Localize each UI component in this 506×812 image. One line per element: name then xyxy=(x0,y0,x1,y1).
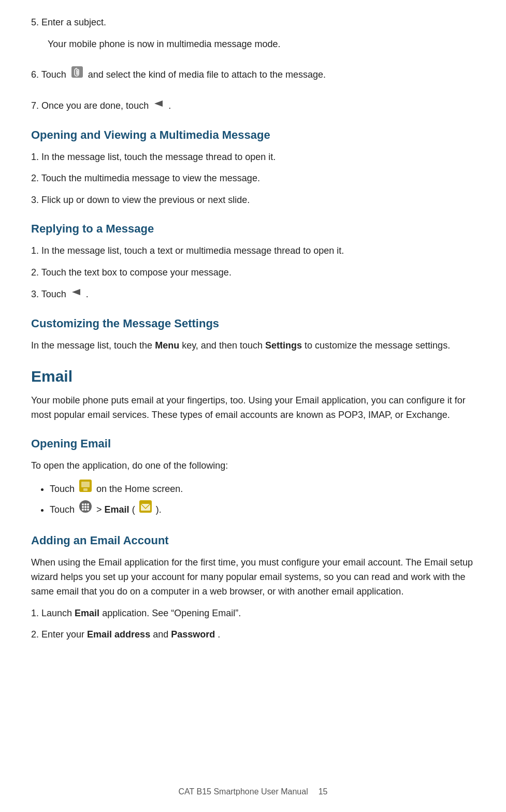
step-5-sub: Your mobile phone is now in multimedia m… xyxy=(31,37,475,52)
bullet2-email-bold: Email xyxy=(105,504,129,515)
step-6-before: 6. Touch xyxy=(31,69,66,80)
reply-send-icon xyxy=(71,287,81,302)
customizing-text-middle2: key, and then touch xyxy=(182,340,263,351)
opening-viewing-section: Opening and Viewing a Multimedia Message… xyxy=(31,128,475,208)
apps-icon xyxy=(79,500,92,518)
attach-icon xyxy=(70,65,84,83)
bullet2-space: ( xyxy=(132,504,135,515)
customizing-heading: Customizing the Message Settings xyxy=(31,317,475,330)
adding-step-1: 1. Launch Email application. See “Openin… xyxy=(31,606,475,621)
bullet2-after: ). xyxy=(156,504,162,515)
svg-point-11 xyxy=(84,506,86,508)
adding-step1-bold: Email xyxy=(75,608,99,618)
opening-email-heading: Opening Email xyxy=(31,437,475,451)
svg-point-10 xyxy=(82,506,84,508)
customizing-text-after2: to customize the message settings. xyxy=(305,340,450,351)
send-icon xyxy=(153,98,164,113)
svg-point-14 xyxy=(84,509,86,511)
svg-marker-1 xyxy=(154,100,163,107)
customizing-settings-bold: Settings xyxy=(265,340,302,351)
replying-heading: Replying to a Message xyxy=(31,222,475,236)
step-7-section: 7. Once you are done, touch . xyxy=(31,99,475,114)
step-5-label: 5. Enter a subject. xyxy=(31,16,475,30)
email-icon xyxy=(139,500,152,518)
reply-step-1: 1. In the message list, touch a text or … xyxy=(31,244,475,258)
ov-step-2: 2. Touch the multimedia message to view … xyxy=(31,171,475,186)
svg-point-7 xyxy=(82,503,84,505)
reply-step-3: 3. Touch . xyxy=(31,287,475,302)
bullet2-gt: > xyxy=(96,504,105,515)
replying-section: Replying to a Message 1. In the message … xyxy=(31,222,475,302)
reply-step-3-after: . xyxy=(86,289,89,299)
bullet1-after: on the Home screen. xyxy=(96,484,183,494)
adding-account-heading: Adding an Email Account xyxy=(31,534,475,547)
bullet-item-1: Touch on the Home screen. xyxy=(50,480,475,499)
home-screen-icon xyxy=(79,479,92,498)
email-section: Email Your mobile phone puts email at yo… xyxy=(31,368,475,423)
svg-rect-4 xyxy=(81,482,90,487)
customizing-menu-bold: Menu xyxy=(155,340,179,351)
step-6-after: and select the kind of media file to att… xyxy=(88,69,326,80)
step-5-section: 5. Enter a subject. Your mobile phone is… xyxy=(31,16,475,52)
step-7-after: . xyxy=(168,100,171,111)
customizing-text-before: In the message list, touch the xyxy=(31,340,152,351)
svg-point-12 xyxy=(87,506,89,508)
adding-step2-bold1: Email address xyxy=(87,629,150,640)
svg-marker-2 xyxy=(72,289,80,295)
adding-step1-after2: application. See “Opening Email”. xyxy=(102,608,241,618)
opening-email-section: Opening Email To open the application, d… xyxy=(31,437,475,519)
email-intro: Your mobile phone puts email at your fin… xyxy=(31,394,475,423)
svg-point-9 xyxy=(87,503,89,505)
step-7-before: 7. Once you are done, touch xyxy=(31,100,149,111)
bullet1-before: Touch xyxy=(50,484,75,494)
customizing-paragraph: In the message list, touch the Menu key,… xyxy=(31,339,475,353)
adding-step1-before: 1. Launch xyxy=(31,608,72,618)
reply-step-2: 2. Touch the text box to compose your me… xyxy=(31,266,475,280)
bullet-item-2: Touch > xyxy=(50,501,475,519)
reply-step-3-before: 3. Touch xyxy=(31,289,66,299)
opening-email-bullets: Touch on the Home screen. Touch xyxy=(50,480,475,519)
adding-step2-bold2: Password xyxy=(171,629,215,640)
adding-step2-after: . xyxy=(218,629,220,640)
step-6: 6. Touch and select the kind of media fi… xyxy=(31,66,475,84)
adding-account-paragraph: When using the Email application for the… xyxy=(31,556,475,599)
opening-viewing-heading: Opening and Viewing a Multimedia Message xyxy=(31,128,475,142)
adding-step2-before: 2. Enter your xyxy=(31,629,84,640)
footer-title: CAT B15 Smartphone User Manual xyxy=(179,787,308,796)
svg-point-8 xyxy=(84,503,86,505)
adding-step2-middle2: and xyxy=(153,629,168,640)
ov-step-1: 1. In the message list, touch the messag… xyxy=(31,150,475,165)
svg-point-13 xyxy=(82,509,84,511)
step-7: 7. Once you are done, touch . xyxy=(31,99,475,114)
svg-point-15 xyxy=(87,509,89,511)
customizing-section: Customizing the Message Settings In the … xyxy=(31,317,475,353)
email-heading: Email xyxy=(31,368,475,385)
ov-step-3: 3. Flick up or down to view the previous… xyxy=(31,193,475,208)
svg-rect-5 xyxy=(83,488,88,491)
page-footer: CAT B15 Smartphone User Manual 15 xyxy=(0,787,506,796)
adding-account-section: Adding an Email Account When using the E… xyxy=(31,534,475,642)
footer-page-number: 15 xyxy=(319,787,328,796)
step-6-section: 6. Touch and select the kind of media fi… xyxy=(31,66,475,84)
bullet2-before: Touch xyxy=(50,504,75,515)
opening-email-intro: To open the application, do one of the f… xyxy=(31,459,475,473)
adding-step-2: 2. Enter your Email address and Password… xyxy=(31,628,475,642)
